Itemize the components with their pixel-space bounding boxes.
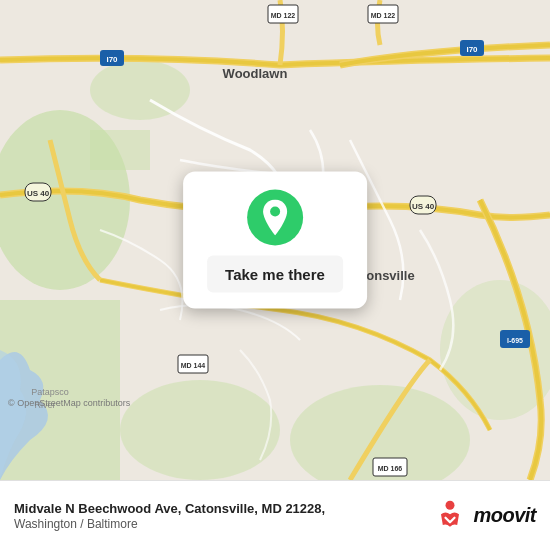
address-block: Midvale N Beechwood Ave, Catonsville, MD…: [14, 501, 432, 531]
svg-point-3: [120, 380, 280, 480]
svg-text:MD 122: MD 122: [371, 12, 396, 19]
moovit-logo: moovit: [432, 498, 536, 534]
svg-text:MD 144: MD 144: [181, 362, 206, 369]
take-me-there-button[interactable]: Take me there: [207, 256, 343, 293]
svg-text:Patapsco: Patapsco: [31, 387, 69, 397]
info-bar: Midvale N Beechwood Ave, Catonsville, MD…: [0, 480, 550, 550]
svg-point-31: [446, 500, 455, 509]
svg-text:MD 166: MD 166: [378, 465, 403, 472]
svg-text:US 40: US 40: [27, 189, 50, 198]
svg-text:US 40: US 40: [412, 202, 435, 211]
pin-icon-wrapper: [247, 190, 303, 246]
location-pin-icon: [259, 200, 291, 236]
map-view: I70 I70 US 40 US 40 MD 144 MD 122 MD 122…: [0, 0, 550, 480]
svg-text:MD 122: MD 122: [271, 12, 296, 19]
svg-point-7: [90, 60, 190, 120]
address-line: Midvale N Beechwood Ave, Catonsville, MD…: [14, 501, 432, 516]
city-line: Washington / Baltimore: [14, 517, 432, 531]
svg-text:I70: I70: [466, 45, 478, 54]
svg-rect-6: [90, 130, 150, 170]
moovit-brand-icon: [432, 498, 468, 534]
moovit-label: moovit: [473, 504, 536, 527]
svg-text:Woodlawn: Woodlawn: [223, 66, 288, 81]
svg-text:I-695: I-695: [507, 337, 523, 344]
svg-point-30: [270, 207, 280, 217]
action-card: Take me there: [183, 172, 367, 309]
svg-text:I70: I70: [106, 55, 118, 64]
osm-credit: © OpenStreetMap contributors: [8, 398, 130, 408]
